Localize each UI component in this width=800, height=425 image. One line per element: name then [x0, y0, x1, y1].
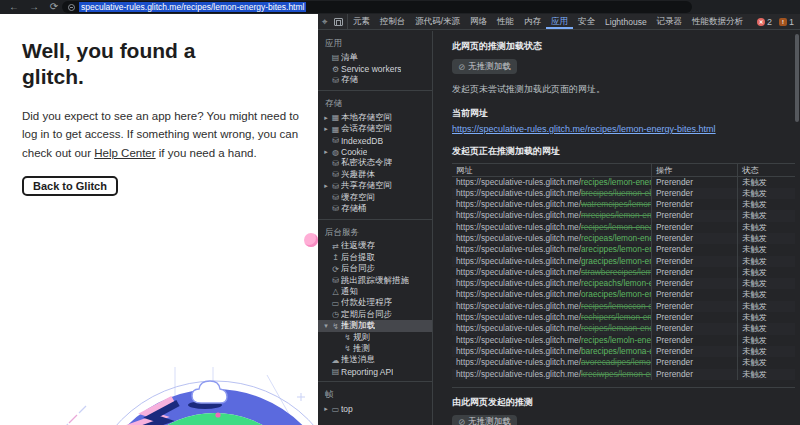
site-settings-icon[interactable] — [68, 4, 75, 11]
sidebar-item-label: 本地存储空间 — [341, 112, 392, 124]
storage-icon: ⛁ — [330, 136, 341, 145]
table-row[interactable]: https://speculative-rules.glitch.me/reci… — [452, 323, 795, 334]
status-cell: 未触发 — [737, 346, 795, 357]
web-page: Well, you found a glitch. Did you expect… — [0, 14, 318, 425]
table-row[interactable]: https://speculative-rules.glitch.me/bare… — [452, 346, 795, 357]
sidebar-item-定期后台同步[interactable]: ◷定期后台同步 — [318, 309, 432, 320]
tab-sources[interactable]: 源代码/来源 — [410, 14, 465, 29]
tab-console[interactable]: 控制台 — [375, 14, 411, 29]
table-row[interactable]: https://speculative-rules.glitch.me/reci… — [452, 301, 795, 312]
table-row[interactable]: https://speculative-rules.glitch.me/orae… — [452, 289, 795, 300]
column-header-action[interactable]: 操作 — [651, 164, 737, 176]
cookie-icon: ◍ — [330, 148, 341, 157]
sidebar-item-后台提取[interactable]: ↥后台提取 — [318, 252, 432, 263]
url-prefix: https://speculative-rules.glitch.me/ — [456, 210, 581, 220]
tab-performance[interactable]: 性能 — [492, 14, 519, 29]
column-header-status[interactable]: 状态 — [737, 164, 795, 176]
sidebar-item-往返缓存[interactable]: ⇄往返缓存 — [318, 241, 432, 252]
status-cell: 未触发 — [737, 199, 795, 210]
action-cell: Prerender — [651, 199, 737, 210]
table-row[interactable]: https://speculative-rules.glitch.me/stra… — [452, 267, 795, 278]
current-url-link[interactable]: https://speculative-rules.glitch.me/reci… — [452, 124, 716, 134]
forward-icon[interactable]: → — [26, 0, 42, 14]
table-row[interactable]: https://speculative-rules.glitch.me/watr… — [452, 199, 795, 210]
sidebar-item-推测[interactable]: ↯推测 — [318, 343, 432, 354]
sidebar-item-会话存储空间[interactable]: ▸▦会话存储空间 — [318, 124, 432, 135]
sidebar-item-后台同步[interactable]: ⟳后台同步 — [318, 263, 432, 274]
tab-network[interactable]: 网络 — [465, 14, 492, 29]
speculative-urls-label: 发起页正在推测加载的网址 — [452, 145, 800, 158]
tab-memory[interactable]: 内存 — [519, 14, 546, 29]
sidebar-item-跳出跟踪缓解措施[interactable]: ⛁跳出跟踪缓解措施 — [318, 275, 432, 286]
url-prefix: https://speculative-rules.glitch.me/ — [456, 244, 581, 254]
table-row[interactable]: https://speculative-rules.glitch.me/brec… — [452, 188, 795, 199]
url-path-diff: recipes/lemoln-energy-bivtes — [581, 335, 651, 345]
sidebar-item-付款处理程序[interactable]: ▭付款处理程序 — [318, 298, 432, 309]
address-bar[interactable]: speculative-rules.glitch.me/recipes/lemo… — [62, 1, 692, 13]
table-row[interactable]: https://speculative-rules.glitch.me/rech… — [452, 312, 795, 323]
table-row[interactable]: https://speculative-rules.glitch.me/reci… — [452, 233, 795, 244]
sidebar-item-通知[interactable]: △通知 — [318, 286, 432, 297]
reload-icon[interactable]: ⟳ — [46, 0, 62, 14]
tab-application[interactable]: 应用 — [546, 14, 573, 29]
url-text[interactable]: speculative-rules.glitch.me/recipes/lemo… — [79, 2, 306, 12]
table-row[interactable]: https://speculative-rules.glitch.me/reci… — [452, 278, 795, 289]
table-row[interactable]: https://speculative-rules.glitch.me/krec… — [452, 369, 795, 380]
initiated-section-title: 由此网页发起的推测 — [452, 396, 800, 409]
sidebar-item-兴趣群体[interactable]: ⛁兴趣群体 — [318, 169, 432, 180]
sidebar-item-label: 存储桶 — [341, 203, 367, 215]
column-header-url[interactable]: 网址 — [452, 164, 651, 176]
console-errors-badge[interactable]: ✕ 2 — [757, 17, 772, 27]
glitch-fish-bubble[interactable] — [304, 233, 318, 247]
url-prefix: https://speculative-rules.glitch.me/ — [456, 301, 581, 311]
sidebar-item-cookie[interactable]: ▸◍Cookie — [318, 146, 432, 157]
table-row[interactable]: https://speculative-rules.glitch.me/reci… — [452, 335, 795, 346]
table-row[interactable]: https://speculative-rules.glitch.me/grae… — [452, 256, 795, 267]
sidebar-item-规则[interactable]: ↯规则 — [318, 332, 432, 343]
sidebar-item-共享存储空间[interactable]: ▸⛁共享存储空间 — [318, 181, 432, 192]
url-prefix: https://speculative-rules.glitch.me/ — [456, 233, 581, 243]
table-row[interactable]: https://speculative-rules.glitch.me/reci… — [452, 222, 795, 233]
help-center-link[interactable]: Help Center — [94, 147, 155, 159]
tab-lighthouse[interactable]: Lighthouse — [600, 14, 652, 29]
sidebar-item-推测加载[interactable]: ▾↯推测加载 — [318, 320, 432, 331]
table-row[interactable]: https://speculative-rules.glitch.me/mrec… — [452, 210, 795, 221]
tab-recorder[interactable]: 记录器 — [652, 14, 688, 29]
sidebar-item-label: 存储 — [341, 74, 358, 86]
back-icon[interactable]: ← — [6, 0, 22, 14]
sync-icon: ⟳ — [330, 265, 341, 274]
sidebar-item-推送消息[interactable]: ☁推送消息 — [318, 355, 432, 366]
sidebar-item-本地存储空间[interactable]: ▸▦本地存储空间 — [318, 112, 432, 123]
table-icon: ▦ — [330, 125, 341, 134]
console-warnings-badge[interactable]: ! 1 — [779, 17, 794, 27]
action-cell: Prerender — [651, 256, 737, 267]
sidebar-item-存储[interactable]: ⛁存储 — [318, 75, 432, 86]
sidebar-item-indexeddb[interactable]: ⛁IndexedDB — [318, 135, 432, 146]
action-cell: Prerender — [651, 346, 737, 357]
back-to-glitch-button[interactable]: Back to Glitch — [22, 176, 118, 196]
tab-security[interactable]: 安全 — [573, 14, 600, 29]
no-speculation-icon: ⊘ — [458, 417, 465, 425]
sidebar-item-reporting-api[interactable]: ▤Reporting API — [318, 366, 432, 377]
url-cell: https://speculative-rules.glitch.me/avor… — [452, 357, 651, 368]
sidebar-item-清单[interactable]: ▤清单 — [318, 52, 432, 63]
tab-elements[interactable]: 元素 — [348, 14, 375, 29]
table-row[interactable]: https://speculative-rules.glitch.me/avor… — [452, 357, 795, 368]
sidebar-item-service-workers[interactable]: ⚙Service workers — [318, 63, 432, 74]
scrollbar-thumb[interactable] — [795, 34, 799, 122]
device-toolbar-icon[interactable] — [334, 18, 343, 26]
sidebar-item-缓存空间[interactable]: ⛁缓存空间 — [318, 192, 432, 203]
action-cell: Prerender — [651, 357, 737, 368]
url-path-diff: recipes/lemon-eneapplrgy-bites — [581, 222, 651, 232]
sidebar-divider — [318, 381, 432, 382]
inspect-element-icon[interactable]: ⌖ — [322, 17, 328, 27]
sidebar-item-私密状态令牌[interactable]: ⛁私密状态令牌 — [318, 158, 432, 169]
url-prefix: https://speculative-rules.glitch.me/ — [456, 335, 581, 345]
url-cell: https://speculative-rules.glitch.me/arec… — [452, 244, 651, 255]
url-cell: https://speculative-rules.glitch.me/reci… — [452, 335, 651, 346]
sidebar-item-存储桶[interactable]: ⛁存储桶 — [318, 203, 432, 214]
table-row[interactable]: https://speculative-rules.glitch.me/arec… — [452, 244, 795, 255]
sidebar-item-top[interactable]: ▸▭top — [318, 403, 432, 414]
tab-performance-insights[interactable]: 性能数据分析 — [687, 14, 748, 29]
table-row[interactable]: https://speculative-rules.glitch.me/reci… — [452, 177, 795, 188]
